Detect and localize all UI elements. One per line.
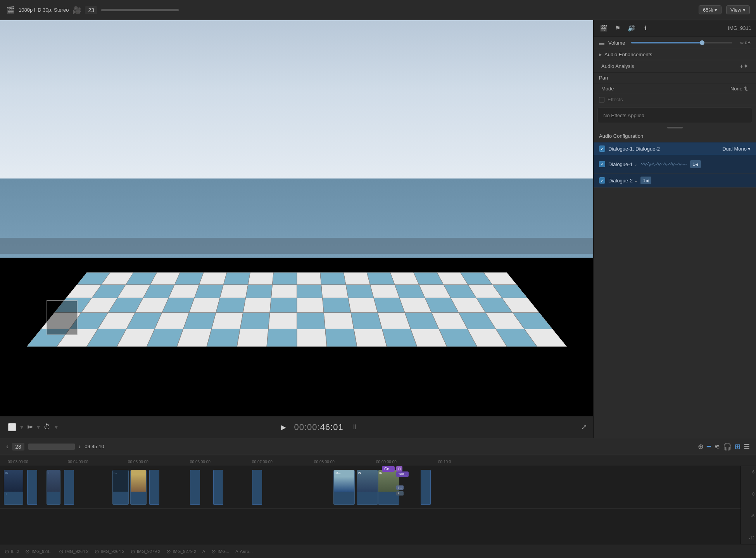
clip-1[interactable]: IN I bbox=[4, 470, 23, 505]
scrollbar-indicator[interactable] bbox=[667, 127, 683, 128]
skimmer-bar[interactable] bbox=[101, 9, 179, 11]
umbrella-cell bbox=[354, 329, 387, 347]
dialogue-2-label-group: Dialogue-2 ⌄ bbox=[608, 178, 637, 184]
clip-tool[interactable]: ━ bbox=[707, 442, 711, 451]
grid-tool[interactable]: ⊞ bbox=[735, 442, 740, 451]
audio-analysis-add-button[interactable]: +✦ bbox=[740, 62, 748, 70]
timeline-ruler: 00:03:00:00 00:04:00:00 00:05:00:00 00:0… bbox=[0, 455, 756, 466]
umbrella-cell bbox=[324, 312, 354, 329]
dialogue-2-channel-icon[interactable]: 1◀ bbox=[640, 177, 651, 184]
ruler-mark-3: 00:05:00:00 bbox=[128, 460, 148, 464]
video-frame[interactable] bbox=[0, 20, 593, 416]
clip-2[interactable]: II bbox=[47, 470, 60, 505]
status-item-1: ⊙ 8...2 bbox=[5, 548, 19, 555]
volume-slider-thumb[interactable] bbox=[700, 40, 704, 45]
pan-title: Pan bbox=[599, 75, 608, 81]
zoom-in-tool[interactable]: ⊕ bbox=[698, 442, 704, 451]
pause-button[interactable]: ⏸ bbox=[350, 421, 360, 433]
speed-button[interactable]: ⏱ bbox=[42, 421, 52, 433]
tab-info[interactable]: ℹ bbox=[640, 23, 651, 34]
ruler-mark-7: 00:09:00:00 bbox=[376, 460, 397, 464]
umbrella-cell bbox=[223, 272, 250, 284]
bottom-area: ‹ 23 › 09:45:10 ⊕ ━ ≋ 🎧 ⊞ ☰ 00:03:00:00 … bbox=[0, 438, 756, 558]
umbrellas-container bbox=[0, 159, 593, 416]
umbrella-cell bbox=[240, 312, 269, 329]
audio-bar-6 bbox=[252, 470, 262, 505]
pan-mode-select[interactable]: None ⇅ bbox=[730, 86, 748, 92]
db-neg6-label: -6 bbox=[742, 514, 754, 518]
umbrella-cell bbox=[245, 284, 272, 298]
main-content: ⬜ ▾ ✂ ▾ ⏱ ▾ ▶ 00:00:46:01 ⏸ ⤢ 🎬 ⚑ � bbox=[0, 20, 756, 438]
no-effects-text: No Effects Applied bbox=[603, 113, 644, 118]
umbrella-cell bbox=[207, 329, 240, 347]
annotation-8: 8... bbox=[396, 491, 404, 496]
status-item-4: ⊙ IMG_9264 2 bbox=[95, 548, 124, 555]
nav-right-tools: ⊕ ━ ≋ 🎧 ⊞ ☰ bbox=[698, 442, 750, 451]
effects-section-header: Effects bbox=[594, 94, 756, 105]
dialogue-1-label: Dialogue-1 bbox=[608, 161, 633, 167]
db-scale: 6 0 -6 -12 bbox=[740, 466, 756, 544]
dialogue-1-channel-icon[interactable]: 1◀ bbox=[690, 160, 701, 168]
dialogue-mode-select[interactable]: Dual Mono ▾ bbox=[722, 146, 751, 152]
umbrella-cell bbox=[297, 312, 325, 329]
clip-3[interactable]: I... bbox=[112, 470, 129, 505]
trim-button[interactable]: ✂ bbox=[26, 421, 35, 433]
umbrella-cell bbox=[297, 329, 326, 347]
volume-db-value: -∞ dB bbox=[739, 40, 751, 45]
umbrella-grid bbox=[0, 272, 593, 416]
clip-4[interactable] bbox=[130, 470, 147, 505]
track-row-1: IN I II I... bbox=[0, 466, 740, 509]
timeline-nav: ‹ 23 › 09:45:10 ⊕ ━ ≋ 🎧 ⊞ ☰ bbox=[0, 438, 756, 455]
umbrella-cell bbox=[343, 272, 370, 284]
right-panel: 🎬 ⚑ 🔊 ℹ IMG_9311 ▬ Volume -∞ dB ▶ Audio … bbox=[593, 20, 756, 438]
toolbar-right: 65% ▾ View ▾ bbox=[699, 5, 750, 14]
volume-row: ▬ Volume -∞ dB bbox=[594, 36, 756, 49]
timeline-next-button[interactable]: › bbox=[79, 443, 81, 450]
umbrella-cell bbox=[194, 284, 223, 298]
play-button[interactable]: ▶ bbox=[279, 421, 288, 433]
dialogue-2-row[interactable]: ✓ Dialogue-2 ⌄ 1◀ bbox=[594, 173, 756, 188]
top-toolbar: 🎬 1080p HD 30p, Stereo 🎥 23 65% ▾ View ▾ bbox=[0, 0, 756, 20]
transform-button[interactable]: ⬜ bbox=[6, 421, 18, 433]
umbrella-cell bbox=[297, 298, 324, 313]
dialogue-main-checkbox[interactable]: ✓ bbox=[599, 146, 605, 152]
list-tool[interactable]: ☰ bbox=[744, 442, 750, 451]
dialogue-2-checkbox[interactable]: ✓ bbox=[599, 177, 605, 184]
effects-checkbox[interactable] bbox=[599, 97, 604, 102]
audio-wave-tool[interactable]: ≋ bbox=[714, 442, 720, 451]
dialogue-main-row[interactable]: ✓ Dialogue-1, Dialogue-2 Dual Mono ▾ bbox=[594, 142, 756, 155]
timeline-timecode: 09:45:10 bbox=[85, 444, 104, 449]
volume-slider[interactable] bbox=[631, 42, 732, 43]
umbrella-cell bbox=[321, 284, 348, 298]
ruler-mark-2: 00:04:00:00 bbox=[68, 460, 88, 464]
status-item-6: ⊙ IMG_9279 2 bbox=[166, 548, 196, 555]
audio-analysis-row: Audio Analysis +✦ bbox=[594, 60, 756, 73]
zoom-button[interactable]: 65% ▾ bbox=[699, 5, 721, 14]
clip-im-main[interactable]: IM... bbox=[333, 470, 355, 505]
annotation-p: П bbox=[396, 466, 402, 471]
view-button[interactable]: View ▾ bbox=[726, 5, 750, 14]
ruler-mark-8: 00:10:0 bbox=[438, 460, 451, 464]
audio-enhancements-title: Audio Enhancements bbox=[604, 52, 652, 57]
tab-film[interactable]: 🎬 bbox=[598, 23, 609, 34]
tab-flag[interactable]: ⚑ bbox=[612, 23, 623, 34]
audio-config-header: Audio Configuration bbox=[594, 130, 756, 142]
tab-volume[interactable]: 🔊 bbox=[626, 23, 637, 34]
audio-bar-7 bbox=[421, 470, 431, 505]
frame-counter: 23 bbox=[85, 6, 97, 14]
dialogue-1-checkbox[interactable]: ✓ bbox=[599, 161, 605, 167]
umbrella-cell bbox=[370, 284, 399, 298]
umbrella-cell bbox=[220, 284, 248, 298]
volume-icon: ▬ bbox=[599, 40, 604, 46]
volume-label: Volume bbox=[608, 40, 625, 46]
audio-enhancements-header[interactable]: ▶ Audio Enhancements bbox=[594, 49, 756, 60]
timeline-tracks[interactable]: IN I II I... bbox=[0, 466, 740, 544]
status-bar: ⊙ 8...2 ⊙ IMG_928... ⊙ IMG_9264 2 ⊙ IMG_… bbox=[0, 544, 756, 558]
dialogue-2-arrow-icon: ⌄ bbox=[634, 178, 637, 183]
fullscreen-button[interactable]: ⤢ bbox=[581, 423, 587, 431]
dialogue-1-row[interactable]: ✓ Dialogue-1 ⌄ 1◀ bbox=[594, 155, 756, 173]
clip-imt[interactable]: IN bbox=[357, 470, 378, 505]
timeline-prev-button[interactable]: ‹ bbox=[6, 443, 8, 450]
umbrella-cell bbox=[189, 298, 220, 313]
headphones-tool[interactable]: 🎧 bbox=[723, 442, 732, 451]
